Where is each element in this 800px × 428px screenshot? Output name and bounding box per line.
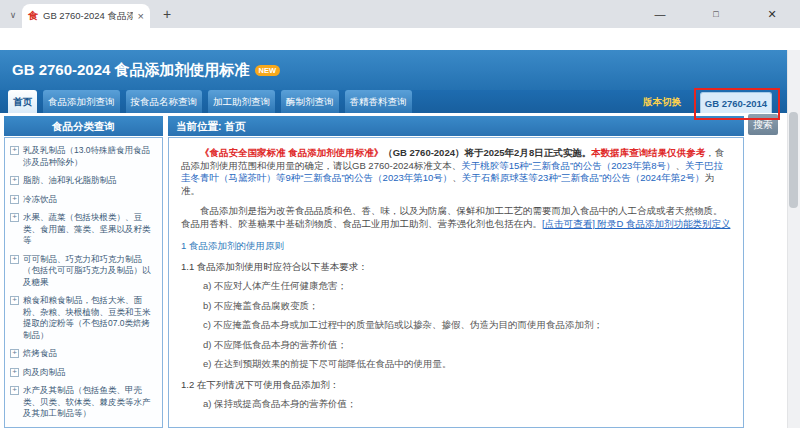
tree-expand-icon[interactable]: + xyxy=(10,386,19,395)
category-label: 脂肪、油和乳化脂肪制品 xyxy=(23,175,117,187)
browser-tab-title: GB 2760-2024 食品添加剂使用 xyxy=(43,10,133,23)
category-item-dairy[interactable]: + 乳及乳制品（13.0特殊膳食用食品涉及品种除外） xyxy=(10,145,157,168)
category-label: 粮食和粮食制品，包括大米、面粉、杂粮、块根植物、豆类和玉米提取的淀粉等（不包括0… xyxy=(23,295,157,341)
announcement-link-1[interactable]: 关于桃胶等15种“三新食品”的公告（2023年第8号） xyxy=(461,160,675,171)
category-label: 肉及肉制品 xyxy=(23,367,66,379)
category-item-meat[interactable]: + 肉及肉制品 xyxy=(10,367,157,379)
rule-1-1-item-e: e) 在达到预期效果的前提下尽可能降低在食品中的使用量。 xyxy=(181,358,731,371)
tree-expand-icon[interactable]: + xyxy=(10,349,19,358)
site-header: GB 2760-2024 食品添加剂使用标准 NEW --综合查询-- ▼ 搜索 xyxy=(0,50,800,90)
tree-expand-icon[interactable]: + xyxy=(10,146,19,155)
intro-paragraph-2: 食品添加剂是指为改善食品品质和色、香、味，以及为防腐、保鲜和加工工艺的需要而加入… xyxy=(181,205,731,230)
sidebar-title: 食品分类查询 xyxy=(4,116,163,136)
tab-close-icon[interactable]: × xyxy=(138,10,144,22)
category-item-fruits-vegetables[interactable]: + 水果、蔬菜（包括块根类）、豆类、食用菌、藻类、坚果以及籽类等 xyxy=(10,212,157,247)
window-maximize-button[interactable]: □ xyxy=(701,6,731,22)
nav-tab-flavor-query[interactable]: 香精香料查询 xyxy=(345,90,412,113)
rule-1-1-item-c: c) 不应掩盖食品本身或加工过程中的质量缺陷或以掺杂、掺假、伪造为目的而使用食品… xyxy=(181,319,731,332)
category-label: 水产及其制品（包括鱼类、甲壳类、贝类、软体类、棘皮类等水产及其加工制品等） xyxy=(23,385,157,420)
rule-1-1: 1.1 食品添加剂使用时应符合以下基本要求： xyxy=(181,261,731,274)
rule-1-2-item-a: a) 保持或提高食品本身的营养价值； xyxy=(181,398,731,411)
category-item-grains[interactable]: + 粮食和粮食制品，包括大米、面粉、杂粮、块根植物、豆类和玉米提取的淀粉等（不包… xyxy=(10,295,157,341)
breadcrumb: 当前位置: 首页 xyxy=(168,116,744,136)
page-scrollbar-thumb[interactable] xyxy=(789,112,798,208)
nav-tab-processing-aid-query[interactable]: 加工助剂查询 xyxy=(208,90,275,113)
window-close-button[interactable]: ✕ xyxy=(757,6,787,22)
category-label: 乳及乳制品（13.0特殊膳食用食品涉及品种除外） xyxy=(23,145,157,168)
page-scrollbar-track[interactable] xyxy=(787,50,800,428)
category-label: 水果、蔬菜（包括块根类）、豆类、食用菌、藻类、坚果以及籽类等 xyxy=(23,212,157,247)
reference-notice-text: 本数据库查询结果仅供参考 xyxy=(591,147,705,158)
standard-title-text: 《食品安全国家标准 食品添加剂使用标准》 xyxy=(200,147,383,158)
category-item-aquatic[interactable]: + 水产及其制品（包括鱼类、甲壳类、贝类、软体类、棘皮类等水产及其加工制品等） xyxy=(10,385,157,420)
main-content-panel: 《食品安全国家标准 食品添加剂使用标准》（GB 2760-2024）将于2025… xyxy=(168,137,744,428)
nav-tabs: 首页 食品添加剂查询 按食品名称查询 加工助剂查询 酶制剂查询 香精香料查询 xyxy=(8,90,412,113)
announcement-link-3[interactable]: 关于石斛原球茎等23种“三新食品”的公告（2024年第2号） xyxy=(462,172,705,183)
browser-toolbar: ← → ⟳ ⚠ 不安全 2760.foodvip.net ★ 有新版 Chrom… xyxy=(0,28,800,51)
nav-tab-food-name-query[interactable]: 按食品名称查询 xyxy=(126,90,203,113)
rule-1-1-item-d: d) 不应降低食品本身的营养价值； xyxy=(181,339,731,352)
category-item-frozen-drinks[interactable]: + 冷冻饮品 xyxy=(10,194,157,206)
version-tab-gb2760-2014[interactable]: GB 2760-2014 xyxy=(700,92,772,113)
rule-1-2: 1.2 在下列情况下可使用食品添加剂： xyxy=(181,379,731,392)
category-label: 冷冻饮品 xyxy=(23,194,57,206)
tree-expand-icon[interactable]: + xyxy=(10,255,19,264)
nav-tab-enzyme-query[interactable]: 酶制剂查询 xyxy=(281,90,339,113)
page-title: GB 2760-2024 食品添加剂使用标准 NEW xyxy=(12,50,280,90)
new-tab-button[interactable]: + xyxy=(158,6,176,24)
category-label: 焙烤食品 xyxy=(23,348,57,360)
category-item-fats[interactable]: + 脂肪、油和乳化脂肪制品 xyxy=(10,175,157,187)
appendix-d-link[interactable]: [点击可查看] 附录D 食品添加剂功能类别定义 xyxy=(542,218,730,229)
search-button[interactable]: 搜索 xyxy=(748,114,778,135)
version-switch-label: 版本切换 xyxy=(643,90,681,113)
rule-1-1-item-b: b) 不应掩盖食品腐败变质； xyxy=(181,300,731,313)
nav-tab-additive-query[interactable]: 食品添加剂查询 xyxy=(43,90,120,113)
browser-tab-strip: ∨ 食 GB 2760-2024 食品添加剂使用 × + — □ ✕ xyxy=(0,0,800,28)
separator: 、 xyxy=(676,160,686,171)
tree-expand-icon[interactable]: + xyxy=(10,296,19,305)
food-category-tree: + 乳及乳制品（13.0特殊膳食用食品涉及品种除外） + 脂肪、油和乳化脂肪制品… xyxy=(4,137,163,428)
tree-expand-icon[interactable]: + xyxy=(10,368,19,377)
effective-date-text: （GB 2760-2024）将于2025年2月8日正式实施。 xyxy=(383,147,591,158)
browser-tab[interactable]: 食 GB 2760-2024 食品添加剂使用 × xyxy=(22,4,150,28)
category-item-baked-goods[interactable]: + 焙烤食品 xyxy=(10,348,157,360)
page-title-text: GB 2760-2024 食品添加剂使用标准 xyxy=(12,61,250,80)
separator: 、 xyxy=(452,172,462,183)
main-nav: 首页 食品添加剂查询 按食品名称查询 加工助剂查询 酶制剂查询 香精香料查询 版… xyxy=(0,90,800,113)
intro-paragraph-1: 《食品安全国家标准 食品添加剂使用标准》（GB 2760-2024）将于2025… xyxy=(181,147,731,197)
tree-expand-icon[interactable]: + xyxy=(10,213,19,222)
new-badge: NEW xyxy=(255,65,281,76)
category-item-cocoa-candy[interactable]: + 可可制品、巧克力和巧克力制品（包括代可可脂巧克力及制品）以及糖果 xyxy=(10,254,157,289)
category-label: 可可制品、巧克力和巧克力制品（包括代可可脂巧克力及制品）以及糖果 xyxy=(23,254,157,289)
tab-search-icon[interactable]: ∨ xyxy=(5,7,21,23)
section-heading-1: 1 食品添加剂的使用原则 xyxy=(181,240,731,253)
window-minimize-button[interactable]: — xyxy=(645,6,675,22)
tree-expand-icon[interactable]: + xyxy=(10,176,19,185)
site-favicon-icon: 食 xyxy=(28,9,38,23)
tree-expand-icon[interactable]: + xyxy=(10,195,19,204)
nav-tab-home[interactable]: 首页 xyxy=(8,90,37,113)
rule-1-1-item-a: a) 不应对人体产生任何健康危害； xyxy=(181,280,731,293)
